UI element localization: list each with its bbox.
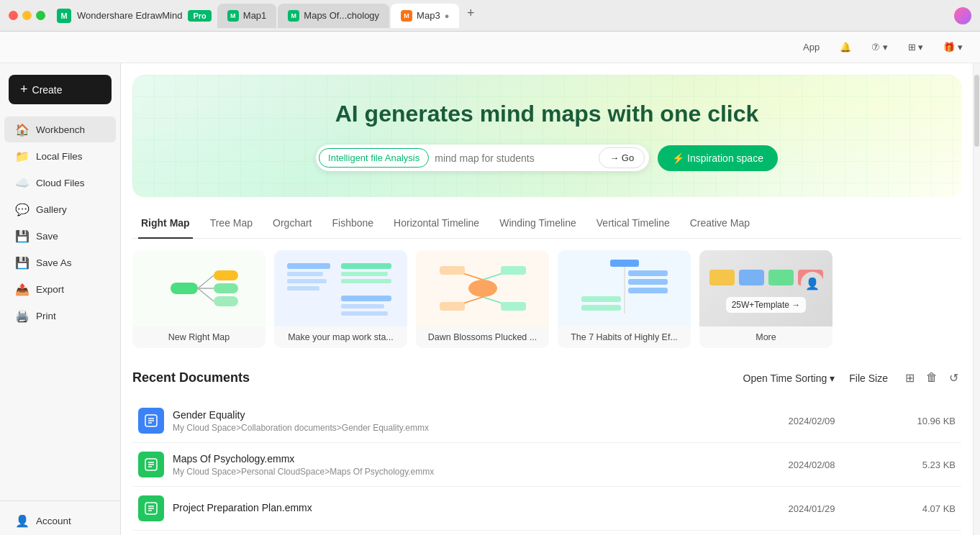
main-toolbar: App 🔔 ⑦ ▾ ⊞ ▾ 🎁 ▾: [0, 32, 980, 63]
workbench-label: Workbench: [36, 124, 85, 135]
svg-rect-22: [440, 266, 465, 275]
tab-map3-label: Map3: [417, 10, 440, 21]
tab-map3[interactable]: M Map3 ●: [391, 4, 459, 28]
workbench-icon: 🏠: [16, 123, 29, 136]
sidebar-item-account[interactable]: 👤 Account: [4, 508, 116, 534]
map-card-template-1[interactable]: Make your map work sta...: [274, 250, 407, 348]
tab-winding-timeline[interactable]: Winding Timeline: [496, 209, 579, 239]
doc-path: My Cloud Space>Personal CloudSpace>Maps …: [173, 467, 754, 477]
sidebar-item-export[interactable]: 📤 Export: [4, 276, 116, 302]
sidebar-bottom: 👤 Account ⚙️ Options: [0, 500, 120, 535]
file-size-label: File Size: [849, 372, 888, 384]
map-card-img: [274, 250, 407, 326]
sidebar-item-save[interactable]: 💾 Save: [4, 223, 116, 249]
minimize-button[interactable]: [22, 11, 32, 20]
app-layout: + Create 🏠 Workbench 📁 Local Files ☁️ Cl…: [0, 63, 980, 535]
svg-rect-29: [628, 279, 668, 285]
map-card-label: The 7 Habits of Highly Ef...: [558, 326, 691, 348]
go-button[interactable]: → Go: [599, 147, 645, 168]
map-card-new-right[interactable]: New Right Map: [132, 250, 266, 348]
refresh-icon[interactable]: ↺: [946, 368, 961, 388]
map-card-template-3[interactable]: The 7 Habits of Highly Ef...: [558, 250, 691, 348]
more-label: More: [699, 326, 832, 348]
gift-button[interactable]: 🎁 ▾: [938, 39, 968, 55]
hero-title: AI generates mind maps with one click: [161, 101, 933, 127]
scrollbar-thumb[interactable]: [974, 75, 979, 147]
sidebar-item-workbench[interactable]: 🏠 Workbench: [4, 116, 116, 142]
tab-bar: M Map1 M Maps Of...chology M Map3 ● +: [217, 4, 948, 28]
right-map-diagram: [149, 256, 250, 321]
scrollbar-track[interactable]: [973, 63, 980, 535]
maximize-button[interactable]: [36, 11, 45, 20]
template-orange-diagram: [425, 256, 540, 321]
map-card-more[interactable]: 25W+Template → 👤 More: [699, 250, 832, 348]
gallery-icon: 💬: [16, 203, 29, 216]
save-as-icon: 💾: [16, 256, 29, 269]
delete-icon[interactable]: 🗑: [923, 368, 940, 388]
tab-orgchart[interactable]: Orgchart: [270, 209, 314, 239]
tab-horizontal-timeline[interactable]: Horizontal Timeline: [391, 209, 482, 239]
account-icon: 👤: [16, 514, 29, 527]
map-file-icon: [144, 457, 158, 472]
svg-rect-15: [341, 304, 384, 308]
tab-vertical-timeline[interactable]: Vertical Timeline: [594, 209, 673, 239]
tab-map1-label: Map1: [243, 10, 267, 21]
map-card-template-2[interactable]: Dawn Blossoms Plucked ...: [416, 250, 549, 348]
new-tab-button[interactable]: +: [460, 4, 481, 24]
tab-tree-map[interactable]: Tree Map: [207, 209, 255, 239]
sidebar-item-local-files[interactable]: 📁 Local Files: [4, 143, 116, 169]
sort-chevron-icon: ▾: [830, 372, 835, 384]
tab-right-map[interactable]: Right Map: [138, 209, 193, 239]
intelligent-badge[interactable]: Intelligent file Analysis: [319, 148, 429, 168]
app-button[interactable]: App: [797, 39, 825, 55]
tab-icon: M: [401, 10, 412, 22]
local-files-label: Local Files: [36, 151, 83, 162]
map-type-tabs: Right Map Tree Map Orgchart Fishbone Hor…: [132, 209, 961, 239]
sidebar-nav: 🏠 Workbench 📁 Local Files ☁️ Cloud Files…: [0, 116, 120, 500]
sidebar: + Create 🏠 Workbench 📁 Local Files ☁️ Cl…: [0, 63, 121, 535]
sidebar-item-save-as[interactable]: 💾 Save As: [4, 250, 116, 275]
help-button[interactable]: ⑦ ▾: [866, 39, 894, 55]
template-blue-diagram: [283, 256, 399, 321]
inspiration-button[interactable]: ⚡ Inspiration space: [658, 145, 778, 171]
document-list: Gender Equality My Cloud Space>Collabora…: [132, 399, 961, 531]
map-card-label: Dawn Blossoms Plucked ...: [416, 326, 549, 348]
doc-item-maps-psychology[interactable]: Maps Of Psychology.emmx My Cloud Space>P…: [132, 443, 961, 487]
tab-fishbone[interactable]: Fishbone: [330, 209, 377, 239]
tab-creative-map[interactable]: Creative Map: [687, 209, 753, 239]
main-content: AI generates mind maps with one click In…: [121, 63, 973, 535]
doc-item-project-plan[interactable]: Project Preparation Plan.emmx 2024/01/29…: [132, 487, 961, 531]
ai-prompt-input[interactable]: [435, 152, 593, 164]
doc-name: Project Preparation Plan.emmx: [173, 502, 754, 513]
avatar[interactable]: [954, 7, 971, 24]
doc-name: Gender Equality: [173, 409, 754, 421]
grid-button[interactable]: ⊞ ▾: [902, 39, 930, 55]
svg-rect-7: [287, 263, 330, 269]
more-card-img: 25W+Template → 👤: [699, 250, 832, 326]
template-vertical-diagram: [567, 256, 682, 321]
tab-map1[interactable]: M Map1: [217, 4, 277, 28]
doc-name: Maps Of Psychology.emmx: [173, 453, 754, 465]
hero-grid-decoration: [132, 75, 961, 197]
map-file-icon: [144, 501, 158, 516]
sidebar-item-cloud-files[interactable]: ☁️ Cloud Files: [4, 170, 116, 196]
sidebar-item-gallery[interactable]: 💬 Gallery: [4, 196, 116, 222]
tab-maps-psychology[interactable]: M Maps Of...chology: [278, 4, 389, 28]
unsaved-dot: ●: [445, 12, 450, 20]
bell-icon[interactable]: 🔔: [834, 39, 857, 55]
svg-rect-0: [171, 283, 198, 294]
create-button[interactable]: + Create: [9, 75, 112, 104]
doc-item-gender-equality[interactable]: Gender Equality My Cloud Space>Collabora…: [132, 399, 961, 443]
close-button[interactable]: [9, 11, 18, 20]
svg-rect-25: [501, 302, 526, 311]
save-label: Save: [36, 231, 58, 242]
sidebar-item-print[interactable]: 🖨️ Print: [4, 303, 116, 329]
recent-section: Recent Documents Open Time Sorting ▾ Fil…: [121, 360, 973, 535]
list-view-icon[interactable]: ⊞: [902, 368, 917, 388]
doc-info: Gender Equality My Cloud Space>Collabora…: [173, 409, 754, 433]
doc-size: 4.07 KB: [869, 503, 956, 514]
doc-date: 2024/02/09: [754, 416, 869, 426]
map-card-label: Make your map work sta...: [274, 326, 407, 348]
sort-button[interactable]: Open Time Sorting ▾: [743, 372, 835, 384]
recent-controls: Open Time Sorting ▾ File Size ⊞ 🗑 ↺: [743, 368, 961, 388]
